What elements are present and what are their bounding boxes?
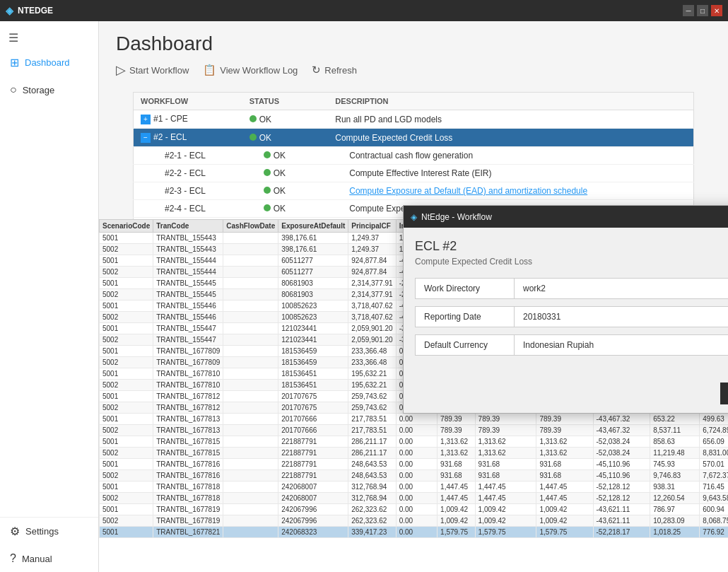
reporting-date-value[interactable]: 20180331 xyxy=(515,307,728,327)
expand-icon[interactable]: + xyxy=(141,115,151,124)
storage-icon: ○ xyxy=(10,83,17,96)
col-description: DESCRIPTION xyxy=(328,93,693,110)
start-workflow-button[interactable]: ▷ Start Workflow xyxy=(116,62,189,78)
table-row[interactable]: 5002TRANTBL_1677819242067996262,323.620.… xyxy=(100,515,729,527)
col-status: STATUS xyxy=(242,93,329,110)
dashboard-icon: ⊞ xyxy=(10,56,19,69)
window-controls: ─ □ ✕ xyxy=(683,5,722,16)
col-exposureatdefault: ExposureAtDefault xyxy=(278,220,348,233)
table-row[interactable]: 5001TRANTBL_1677815221887791286,211.170.… xyxy=(100,436,729,448)
status-dot xyxy=(264,204,271,211)
status-dot xyxy=(264,151,271,158)
table-row[interactable]: 5001TRANTBL_1677816221887791248,643.530.… xyxy=(100,459,729,470)
modal-body: ECL #2 Compute Expected Credit Loss Work… xyxy=(404,228,728,374)
workflow-modal: ◈ NtEdge - Workflow ✕ ECL #2 Compute Exp… xyxy=(403,205,728,414)
modal-title-left: ◈ NtEdge - Workflow xyxy=(411,212,492,222)
workflow-row[interactable]: #2-3 - ECLOKCompute Exposure at Default … xyxy=(134,182,694,200)
workflow-row[interactable]: −#2 - ECLOKCompute Expected Credit Loss xyxy=(134,129,694,147)
refresh-button[interactable]: ↻ Refresh xyxy=(312,64,357,76)
close-button[interactable]: ✕ xyxy=(711,5,722,16)
dashboard-header: Dashboard ▷ Start Workflow 📋 View Workfl… xyxy=(99,21,728,92)
toolbar: ▷ Start Workflow 📋 View Workflow Log ↻ R… xyxy=(116,62,711,78)
modal-start-workflow-button[interactable]: Start Workflow xyxy=(720,383,728,404)
default-currency-value[interactable]: Indonesian Rupiah xyxy=(515,335,728,355)
refresh-label: Refresh xyxy=(324,65,357,76)
app-title-area: ◈ NTEDGE xyxy=(6,5,53,16)
app-logo-icon: ◈ xyxy=(6,5,13,16)
sidebar: ☰ ⊞ Dashboard ○ Storage ⚙ Settings ? Man… xyxy=(0,21,99,572)
minimize-button[interactable]: ─ xyxy=(683,5,694,16)
workflow-row[interactable]: #2-1 - ECLOKContractual cash flow genera… xyxy=(134,147,694,165)
maximize-button[interactable]: □ xyxy=(697,5,708,16)
reporting-date-label: Reporting Date xyxy=(416,307,515,327)
table-row[interactable]: 5002TRANTBL_1677818242068007312,768.940.… xyxy=(100,493,729,504)
modal-title-bar: ◈ NtEdge - Workflow ✕ xyxy=(404,206,728,228)
sidebar-item-label-storage: Storage xyxy=(23,85,55,95)
description-link[interactable]: Compute Exposure at Default (EAD) and am… xyxy=(349,186,587,196)
table-row[interactable]: 5002TRANTBL_1677816221887791248,643.530.… xyxy=(100,470,729,481)
default-currency-label: Default Currency xyxy=(416,335,515,355)
view-workflow-log-button[interactable]: 📋 View Workflow Log xyxy=(203,64,298,76)
sidebar-bottom: ⚙ Settings ? Manual xyxy=(0,517,98,572)
col-workflow: WORKFLOW xyxy=(134,93,242,110)
collapse-icon[interactable]: − xyxy=(141,133,151,143)
modal-subtitle: Compute Expected Credit Loss xyxy=(415,257,728,267)
page-title: Dashboard xyxy=(116,33,711,55)
sidebar-item-manual[interactable]: ? Manual xyxy=(0,545,98,572)
status-dot xyxy=(264,187,271,194)
workflow-row[interactable]: #2-2 - ECLOKCompute Effective Interest R… xyxy=(134,165,694,182)
table-row[interactable]: 5001TRANTBL_1677819242067996262,323.620.… xyxy=(100,504,729,515)
sidebar-item-label-manual: Manual xyxy=(22,554,52,564)
table-row[interactable]: 5001TRANTBL_1677821242068323339,417.230.… xyxy=(100,527,729,538)
workflow-row[interactable]: +#1 - CPEOKRun all PD and LGD models xyxy=(134,110,694,129)
sidebar-item-label-dashboard: Dashboard xyxy=(25,57,70,68)
start-workflow-label: Start Workflow xyxy=(129,65,189,76)
work-directory-row: Work Directory work2 📁 xyxy=(415,278,728,299)
work-directory-value[interactable]: work2 xyxy=(515,279,728,298)
hamburger-button[interactable]: ☰ xyxy=(0,27,98,49)
table-row[interactable]: 5002TRANTBL_1677815221887791286,211.170.… xyxy=(100,448,729,459)
sidebar-item-label-settings: Settings xyxy=(25,526,59,537)
table-row[interactable]: 5001TRANTBL_1677813201707666217,783.510.… xyxy=(100,414,729,425)
table-row[interactable]: 5002TRANTBL_1677813201707666217,783.510.… xyxy=(100,425,729,436)
status-dot xyxy=(264,169,271,176)
work-directory-label: Work Directory xyxy=(416,279,515,298)
log-icon: 📋 xyxy=(203,64,216,76)
refresh-icon: ↻ xyxy=(312,64,321,76)
modal-section-title: ECL #2 xyxy=(415,239,728,254)
settings-icon: ⚙ xyxy=(10,525,20,538)
col-scenariocode: ScenarioCode xyxy=(100,220,153,233)
sidebar-item-dashboard[interactable]: ⊞ Dashboard xyxy=(0,49,98,76)
reporting-date-row: Reporting Date 20180331 ✕ xyxy=(415,306,728,327)
manual-icon: ? xyxy=(10,552,16,565)
sidebar-item-settings[interactable]: ⚙ Settings xyxy=(0,518,98,545)
default-currency-row: Default Currency Indonesian Rupiah ✕ xyxy=(415,334,728,356)
title-bar: ◈ NTEDGE ─ □ ✕ xyxy=(0,0,728,21)
play-icon: ▷ xyxy=(116,62,126,78)
table-row[interactable]: 5001TRANTBL_1677818242068007312,768.940.… xyxy=(100,481,729,493)
modal-footer: Start Workflow xyxy=(404,374,728,413)
app-title: NTEDGE xyxy=(18,6,53,16)
modal-title: NtEdge - Workflow xyxy=(421,212,492,222)
main-content: Dashboard ▷ Start Workflow 📋 View Workfl… xyxy=(99,21,728,572)
status-dot xyxy=(249,115,257,122)
col-cashflowdate: CashFlowDate xyxy=(223,220,278,233)
view-workflow-log-label: View Workflow Log xyxy=(220,65,298,76)
status-dot xyxy=(249,134,257,141)
modal-logo-icon: ◈ xyxy=(411,212,417,222)
sidebar-item-storage[interactable]: ○ Storage xyxy=(0,76,98,103)
col-trancode: TranCode xyxy=(153,220,223,233)
app-body: ☰ ⊞ Dashboard ○ Storage ⚙ Settings ? Man… xyxy=(0,21,728,572)
col-principalcf: PrincipalCF xyxy=(348,220,396,233)
